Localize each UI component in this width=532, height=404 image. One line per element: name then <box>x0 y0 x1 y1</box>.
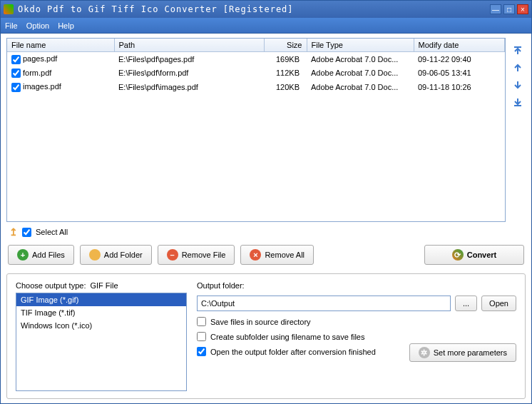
select-all-checkbox[interactable] <box>22 228 31 237</box>
output-panel: Choose output type: GIF File GIF Image (… <box>6 273 526 399</box>
titlebar: Okdo Pdf to Gif Tiff Ico Converter [Regi… <box>1 1 531 18</box>
maximize-button[interactable]: □ <box>503 4 515 14</box>
plus-icon: + <box>17 249 29 261</box>
remove-all-button[interactable]: × Remove All <box>240 245 314 265</box>
app-icon <box>4 4 14 14</box>
select-all-label[interactable]: Select All <box>36 228 68 236</box>
reorder-arrows <box>510 38 526 222</box>
remove-file-label: Remove File <box>182 251 226 259</box>
subfolder-row: Create subfolder using filename to save … <box>197 332 516 341</box>
file-date: 09-11-18 10:26 <box>414 80 505 94</box>
file-pane: File name Path Size File Type Modify dat… <box>6 38 526 222</box>
row-checkbox[interactable] <box>11 69 21 78</box>
col-size[interactable]: Size <box>264 39 307 52</box>
save-source-checkbox[interactable] <box>197 317 206 326</box>
output-type-option[interactable]: Windows Icon (*.ico) <box>16 319 186 332</box>
remove-file-button[interactable]: – Remove File <box>158 245 235 265</box>
output-folder-input[interactable] <box>197 296 451 311</box>
output-type-list[interactable]: GIF Image (*.gif)TIF Image (*.tif)Window… <box>16 293 187 391</box>
x-icon: × <box>250 249 261 261</box>
menu-help[interactable]: Help <box>58 21 74 30</box>
file-path: E:\Files\pdf\pages.pdf <box>114 52 264 66</box>
folder-icon <box>89 249 101 261</box>
add-files-label: Add Files <box>32 251 65 259</box>
subfolder-checkbox[interactable] <box>197 332 206 341</box>
window-title: Okdo Pdf to Gif Tiff Ico Converter [Regi… <box>18 4 488 14</box>
table-row[interactable]: form.pdfE:\Files\pdf\form.pdf112KBAdobe … <box>7 66 505 81</box>
select-all-row: ↥ Select All <box>6 225 526 239</box>
toolbar: + Add Files Add Folder – Remove File × R… <box>6 242 526 268</box>
browse-button[interactable]: ... <box>455 296 477 311</box>
menu-file[interactable]: File <box>5 21 18 30</box>
save-source-label[interactable]: Save files in source directory <box>210 318 311 326</box>
output-type-column: Choose output type: GIF File GIF Image (… <box>16 281 187 391</box>
file-size: 169KB <box>264 52 307 66</box>
main-panel: File name Path Size File Type Modify dat… <box>1 34 531 403</box>
output-type-option[interactable]: TIF Image (*.tif) <box>16 306 186 319</box>
output-folder-label: Output folder: <box>197 281 516 290</box>
file-grid-wrapper: File name Path Size File Type Modify dat… <box>6 38 506 222</box>
minimize-button[interactable]: — <box>490 4 501 14</box>
file-type: Adobe Acrobat 7.0 Doc... <box>307 66 414 81</box>
row-checkbox[interactable] <box>11 55 21 64</box>
set-parameters-label: Set more parameters <box>434 348 507 357</box>
file-grid: File name Path Size File Type Modify dat… <box>7 39 505 94</box>
move-down-icon[interactable] <box>511 79 524 91</box>
menubar: File Option Help <box>1 18 531 34</box>
table-row[interactable]: pages.pdfE:\Files\pdf\pages.pdf169KBAdob… <box>7 52 505 66</box>
file-name: pages.pdf <box>23 54 57 63</box>
choose-type-label: Choose output type: <box>16 281 86 290</box>
file-type: Adobe Acrobat 7.0 Doc... <box>307 52 414 66</box>
add-folder-label: Add Folder <box>104 251 143 259</box>
menu-option[interactable]: Option <box>26 21 49 30</box>
col-path[interactable]: Path <box>114 39 264 52</box>
app-window: Okdo Pdf to Gif Tiff Ico Converter [Regi… <box>0 0 532 404</box>
file-path: E:\Files\pdf\images.pdf <box>114 80 264 94</box>
remove-all-label: Remove All <box>265 251 305 259</box>
move-bottom-icon[interactable] <box>511 96 524 108</box>
file-path: E:\Files\pdf\form.pdf <box>114 66 264 81</box>
add-files-button[interactable]: + Add Files <box>8 245 74 265</box>
set-parameters-button[interactable]: ✲ Set more parameters <box>409 343 516 362</box>
output-folder-column: Output folder: ... Open Save files in so… <box>197 281 516 391</box>
add-folder-button[interactable]: Add Folder <box>80 245 152 265</box>
move-top-icon[interactable] <box>511 45 524 56</box>
file-size: 120KB <box>264 80 307 94</box>
current-type-label: GIF File <box>90 281 118 290</box>
convert-icon: ⟳ <box>452 249 464 261</box>
table-row[interactable]: images.pdfE:\Files\pdf\images.pdf120KBAd… <box>7 80 505 94</box>
file-name: images.pdf <box>23 82 61 91</box>
file-date: 09-11-22 09:40 <box>414 52 505 66</box>
move-up-icon[interactable] <box>511 62 524 74</box>
subfolder-label[interactable]: Create subfolder using filename to save … <box>210 333 364 341</box>
minus-icon: – <box>167 249 178 261</box>
open-folder-button[interactable]: Open <box>481 296 516 311</box>
convert-button[interactable]: ⟳ Convert <box>424 245 524 265</box>
grid-header-row: File name Path Size File Type Modify dat… <box>7 39 505 52</box>
save-source-row: Save files in source directory <box>197 317 516 326</box>
output-type-option[interactable]: GIF Image (*.gif) <box>16 293 186 306</box>
col-filename[interactable]: File name <box>7 39 114 52</box>
output-folder-row: ... Open <box>197 296 516 311</box>
file-size: 112KB <box>264 66 307 81</box>
col-modify[interactable]: Modify date <box>414 39 505 52</box>
col-filetype[interactable]: File Type <box>307 39 414 52</box>
file-date: 09-06-05 13:41 <box>414 66 505 81</box>
params-row: ✲ Set more parameters <box>197 343 516 362</box>
file-type: Adobe Acrobat 7.0 Doc... <box>307 80 414 94</box>
convert-label: Convert <box>467 251 497 259</box>
file-name: form.pdf <box>23 69 51 77</box>
gear-icon: ✲ <box>419 347 430 358</box>
close-button[interactable]: × <box>517 4 528 14</box>
up-arrow-icon: ↥ <box>9 226 18 238</box>
row-checkbox[interactable] <box>11 83 21 92</box>
choose-type-row: Choose output type: GIF File <box>16 281 187 290</box>
